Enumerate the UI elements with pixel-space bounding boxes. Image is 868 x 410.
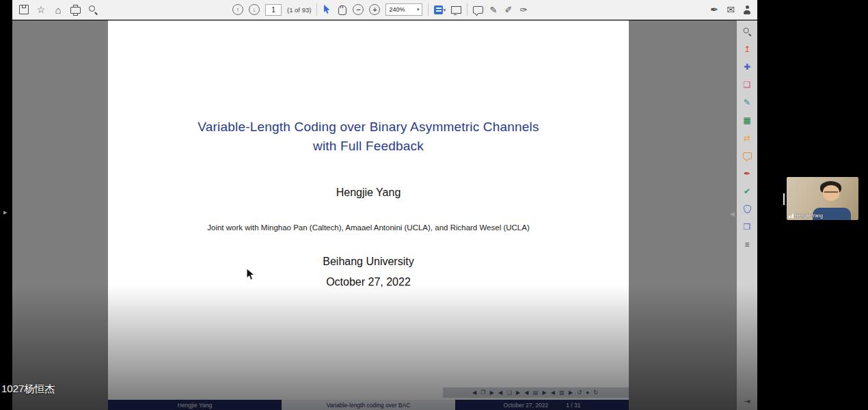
zoom-value: 240% [389,6,405,13]
pencil-tool-button[interactable]: ✎ [489,3,498,16]
protect-tool[interactable] [742,204,752,215]
right-panel-collapse[interactable]: ◀ [730,210,735,217]
more-tools[interactable]: ≡ [742,239,752,250]
edit-pdf-tool[interactable]: ✎ [742,97,752,108]
video-resize-handle[interactable] [783,193,785,205]
compress-tool[interactable]: ❒ [742,221,752,232]
search-button[interactable] [88,3,98,16]
scroll-to-end-button[interactable]: ⇥ [737,397,757,406]
letterbox-pane: Hengjie Yang [757,0,868,410]
certify-tool[interactable]: ✔ [742,186,752,197]
footer-date-page: October 27, 2022 1 / 31 [455,400,629,410]
zoom-in-button[interactable]: + [369,4,380,15]
file-actions-group: ☆ ⌂ [19,0,98,19]
footer-date: October 27, 2022 [504,402,549,409]
slide-date: October 27, 2022 [108,276,629,288]
print-button[interactable] [70,3,81,16]
shield-icon [744,205,751,213]
create-pdf-tool[interactable]: ✚ [742,62,752,72]
page-view-icon [434,5,443,14]
footer-title-text: Variable-length coding over BAC [327,402,411,409]
fill-sign-tool[interactable]: ✒ [742,168,752,179]
footer-author-text: Hengjie Yang [178,402,212,409]
left-panel-expander[interactable]: ▸ [3,208,8,217]
slide-title-line1: Variable-Length Coding over Binary Asymm… [108,118,629,137]
participant-name-label: 1027杨恒杰 [1,383,55,396]
comment-sidebar-tool[interactable] [742,150,752,161]
slide-author: Hengjie Yang [108,187,629,199]
save-icon [19,5,29,14]
slide-footer: Hengjie Yang Variable-length coding over… [108,400,629,410]
slide-title-line2: with Full Feedback [108,137,629,156]
slide-collaboration: Joint work with Minghao Pan (Caltech), A… [108,223,629,232]
slide-title: Variable-Length Coding over Binary Asymm… [108,118,629,156]
select-tool-button[interactable] [323,3,332,16]
page-up-button[interactable]: ↑ [232,4,243,15]
mouse-cursor [246,268,255,284]
comment-bubble-icon [473,6,483,14]
account-button[interactable] [742,3,752,16]
hand-icon [338,5,347,15]
pdf-toolbar: ☆ ⌂ ↑ ↓ (1 of 93) − + 240% ▾ ▾ [12,0,757,20]
select-cursor-icon [323,5,331,14]
person-icon [742,5,752,15]
footer-page: 1 / 31 [566,402,580,409]
divider [316,3,317,16]
person-face [823,185,839,201]
save-button[interactable] [19,3,29,16]
tools-sidebar: ↥ ✚ ❏ ✎ ▦ ⇄ ✒ ✔ ❒ ≡ ⇥ [737,20,757,410]
screen: ☆ ⌂ ↑ ↓ (1 of 93) − + 240% ▾ ▾ [0,0,868,410]
page-count-label: (1 of 93) [287,6,311,14]
signal-icon [789,214,794,218]
webcam-tile[interactable]: Hengjie Yang [787,177,858,220]
convert-tool[interactable]: ⇄ [742,133,752,144]
highlighter-tool-button[interactable]: ✐ [504,3,513,16]
email-button[interactable]: ✉ [726,3,735,16]
find-icon [743,27,752,36]
footer-author: Hengjie Yang [108,400,282,410]
share-group: ✒ ✉ [709,0,752,19]
find-tool[interactable] [742,26,752,37]
comment-bubble-icon [743,152,752,159]
divider [428,3,429,16]
webcam-name-text: Hengjie Yang [795,213,823,218]
slide-nav-glyphs: ◀ ❐ ▶ ◀ ❑ ▶ ◀ ▤ ▶ ◀ ▥ ▶ ↺ ● ↻ [472,390,599,396]
comment-tool-button[interactable] [473,3,483,16]
signature-button[interactable]: ✒ [709,3,719,16]
person-glasses [824,191,838,193]
document-viewer[interactable]: Variable-Length Coding over Binary Asymm… [12,20,737,410]
export-pdf-tool[interactable]: ↥ [742,44,752,55]
home-button[interactable]: ⌂ [53,3,63,16]
page-down-button[interactable]: ↓ [249,4,260,15]
zoom-level-dropdown[interactable]: 240% ▾ [385,3,422,16]
caret-down-icon: ▾ [443,8,446,12]
divider [467,3,467,16]
slide-page: Variable-Length Coding over Binary Asymm… [108,20,629,410]
caret-down-icon: ▾ [417,7,420,12]
favorites-button[interactable]: ☆ [36,3,46,16]
webcam-name-label: Hengjie Yang [789,213,823,218]
footer-title: Variable-length coding over BAC [282,400,455,410]
export-excel-tool[interactable]: ▦ [742,115,752,126]
navigation-zoom-group: ↑ ↓ (1 of 93) − + 240% ▾ ▾ ✎ ✐ [232,0,528,19]
monitor-icon [451,6,461,14]
print-icon [70,7,81,14]
hand-tool-button[interactable] [338,3,347,16]
zoom-out-button[interactable]: − [353,4,364,15]
fit-screen-button[interactable] [451,3,461,16]
draw-tool-button[interactable]: ✑ [519,3,528,16]
slide-nav-symbols[interactable]: ◀ ❐ ▶ ◀ ❑ ▶ ◀ ▤ ▶ ◀ ▥ ▶ ↺ ● ↻ [443,387,629,398]
search-icon [88,5,98,14]
page-view-button[interactable]: ▾ [434,3,446,16]
slide-institution: Beihang University [108,256,629,268]
organize-pages-tool[interactable]: ❏ [742,79,752,90]
page-number-input[interactable] [265,4,282,16]
